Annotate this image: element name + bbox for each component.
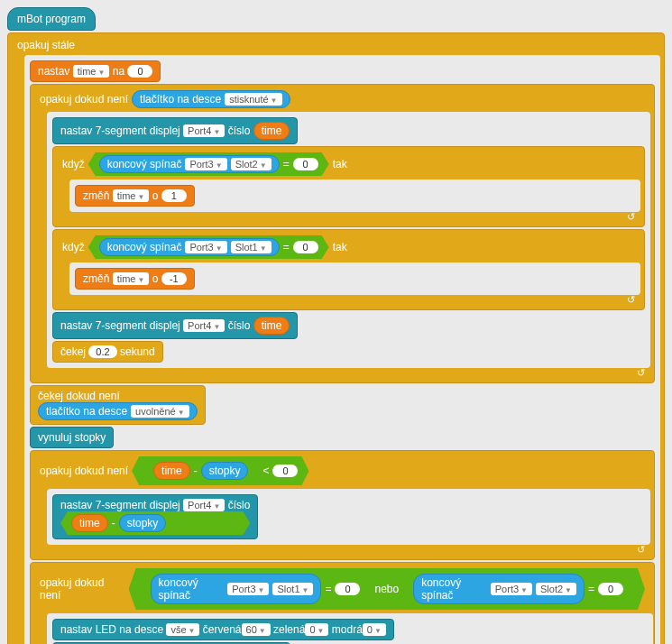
equals-1[interactable]: koncový spínač Port3 Slot2 = 0	[88, 152, 329, 176]
var-dropdown[interactable]: time	[73, 65, 110, 78]
limit-switch-2[interactable]: koncový spínač Port3 Slot1	[99, 238, 280, 256]
port-dropdown[interactable]: Port4	[183, 124, 225, 137]
repeat-until-1[interactable]: opakuj dokud není tlačítko na desce stis…	[30, 84, 655, 383]
forever-label: opakuj stále	[17, 39, 75, 51]
minus-op-1[interactable]: time - stopky	[143, 459, 259, 483]
set-7seg-2[interactable]: nastav 7-segment displej Port4 číslo tim…	[52, 312, 298, 339]
minus-op-2[interactable]: time - stopky	[60, 511, 250, 535]
change-time-1[interactable]: změň time o 1	[75, 185, 195, 207]
equals-2[interactable]: koncový spínač Port3 Slot1 = 0	[88, 235, 329, 259]
value-input[interactable]: 0	[127, 65, 152, 78]
or-op[interactable]: koncový spínač Port3 Slot1 = 0 nebo konc…	[129, 568, 645, 610]
if-1[interactable]: když koncový spínač Port3 Slot2 = 0 tak	[52, 146, 645, 227]
repeat-until-3[interactable]: opakuj dokud není koncový spínač Port3 S…	[30, 562, 655, 644]
set-7seg-1[interactable]: nastav 7-segment displej Port4 číslo tim…	[52, 117, 298, 144]
repeat-until-2[interactable]: opakuj dokud není time - stopky < 0 nast…	[30, 450, 655, 560]
forever-body: nastav time na 0 opakuj dokud není tlačí…	[24, 55, 660, 644]
set-time-block[interactable]: nastav time na 0	[30, 60, 161, 82]
lt-op[interactable]: time - stopky < 0	[132, 456, 308, 485]
board-button-reporter[interactable]: tlačítko na desce stisknuté	[132, 90, 290, 108]
eq-3[interactable]: koncový spínač Port3 Slot1 = 0	[140, 571, 372, 607]
set-7seg-3[interactable]: nastav 7-segment displej Port4 číslo tim…	[52, 494, 258, 539]
hat-label: mBot program	[17, 13, 86, 25]
if-2[interactable]: když koncový spínač Port3 Slot1 = 0 tak	[52, 229, 645, 310]
timer-reporter[interactable]: stopky	[201, 462, 249, 480]
board-button-released[interactable]: tlačítko na desce uvolněné	[38, 402, 198, 420]
hat-block[interactable]: mBot program	[7, 7, 96, 31]
limit-switch-1[interactable]: koncový spínač Port3 Slot2	[99, 155, 280, 173]
wait-1[interactable]: čekej 0.2 sekund	[52, 341, 163, 363]
forever-loop[interactable]: opakuj stále nastav time na 0 opakuj dok…	[7, 32, 665, 644]
eq-4[interactable]: koncový spínač Port3 Slot2 = 0	[402, 571, 634, 607]
time-reporter[interactable]: time	[253, 122, 290, 140]
reset-timer-block[interactable]: vynuluj stopky	[30, 427, 114, 448]
change-time-2[interactable]: změň time o -1	[75, 268, 195, 290]
wait-until-block[interactable]: čekej dokud není tlačítko na desce uvoln…	[30, 385, 206, 425]
set-led-1[interactable]: nastav LED na desce vše červená60 zelená…	[52, 619, 394, 640]
pressed-dropdown[interactable]: stisknuté	[225, 93, 281, 106]
